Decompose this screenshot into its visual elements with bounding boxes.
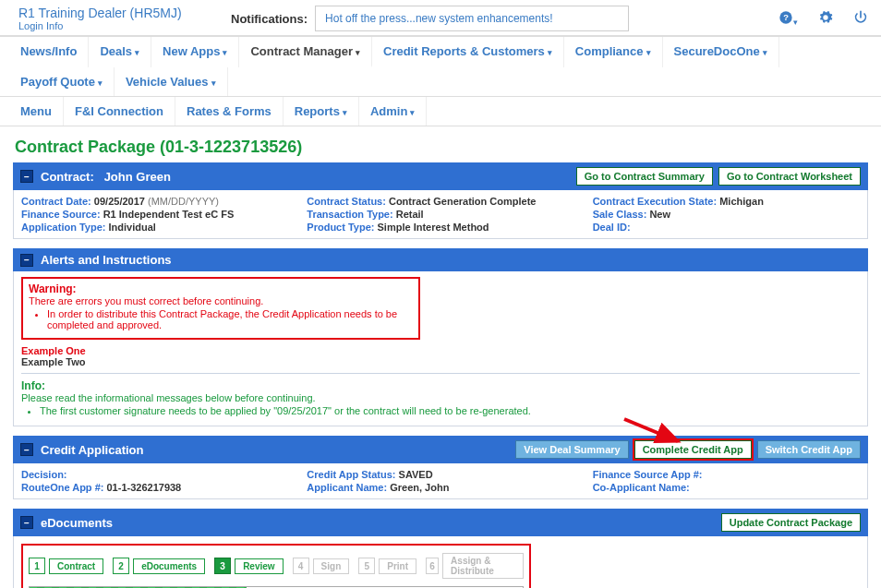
step-label: Contract	[49, 558, 103, 574]
fsapp-label: Finance Source App #:	[593, 469, 703, 480]
step-assign-distribute: 6Assign & Distribute	[426, 553, 524, 579]
power-icon[interactable]	[853, 10, 868, 28]
nav-news-info[interactable]: News/Info	[9, 37, 89, 67]
warning-item: In order to distribute this Contract Pac…	[47, 308, 413, 330]
notifications-ticker[interactable]: Hot off the press...new system enhanceme…	[315, 6, 629, 31]
step-sign: 4Sign	[293, 558, 350, 574]
collapse-icon[interactable]: −	[20, 254, 33, 267]
finance-source-value: R1 Independent Test eC FS	[103, 209, 235, 220]
step-label: Sign	[313, 558, 350, 574]
contract-bar-name: John Green	[104, 170, 171, 184]
step-number: 5	[358, 558, 375, 574]
switch-credit-app-button[interactable]: Switch Credit App	[757, 440, 861, 459]
warning-highlight-box: Warning: There are errors you must corre…	[21, 277, 420, 340]
nav-payoff-quote[interactable]: Payoff Quote	[9, 67, 115, 96]
creditapp-section-bar: − Credit Application View Deal Summary C…	[13, 436, 868, 463]
step-review[interactable]: 3Review	[214, 558, 283, 574]
step-number: 4	[293, 558, 309, 574]
creditapp-status-value: SAVED	[399, 469, 433, 480]
deal-id-label: Deal ID:	[593, 222, 631, 233]
contract-info-grid: Contract Date: 09/25/2017 (MM/DD/YYYY) C…	[13, 190, 868, 239]
go-contract-worksheet-button[interactable]: Go to Contract Worksheet	[718, 167, 861, 186]
nav-credit-reports-customers[interactable]: Credit Reports & Customers	[372, 37, 564, 67]
collapse-icon[interactable]: −	[20, 170, 33, 183]
txn-type-value: Retail	[396, 209, 424, 220]
alerts-body: Warning: There are errors you must corre…	[13, 271, 868, 426]
steps-highlight-box: 1Contract2eDocuments3Review4Sign5Print6A…	[21, 544, 531, 588]
alerts-section-bar: − Alerts and Instructions	[13, 248, 868, 271]
topbar: R1 Training Dealer (HR5MJ) Login Info No…	[0, 0, 881, 36]
nav-new-apps[interactable]: New Apps	[151, 37, 239, 67]
example-two: Example Two	[21, 356, 860, 367]
nav-reports[interactable]: Reports	[284, 97, 359, 126]
login-info-link[interactable]: Login Info	[18, 20, 231, 31]
nav-primary: News/InfoDealsNew AppsContract ManagerCr…	[0, 36, 881, 97]
creditapp-bar-title: Credit Application	[41, 443, 143, 457]
nav-vehicle-values[interactable]: Vehicle Values	[115, 67, 228, 96]
edocs-body: 1Contract2eDocuments3Review4Sign5Print6A…	[13, 536, 868, 588]
dealer-name[interactable]: R1 Training Dealer (HR5MJ)	[18, 6, 231, 20]
contract-bar-prefix: Contract:	[41, 170, 94, 184]
contract-date-fmt: (MM/DD/YYYY)	[148, 196, 219, 207]
app-type-value: Individual	[109, 222, 156, 233]
gear-icon[interactable]	[818, 10, 833, 28]
app-type-label: Application Type:	[21, 222, 105, 233]
step-number: 2	[113, 558, 129, 574]
prod-type-value: Simple Interest Method	[378, 222, 489, 233]
nav-menu[interactable]: Menu	[9, 97, 64, 126]
step-label: Review	[235, 558, 283, 574]
step-contract[interactable]: 1Contract	[29, 558, 103, 574]
nav-contract-manager[interactable]: Contract Manager	[239, 37, 372, 67]
warning-title: Warning:	[29, 282, 413, 295]
nav-compliance[interactable]: Compliance	[564, 37, 663, 67]
contract-date-label: Contract Date:	[21, 196, 91, 207]
contract-date-value: 09/25/2017	[94, 196, 145, 207]
page-title: Contract Package (01-3-1223713526)	[15, 138, 868, 157]
nav-deals[interactable]: Deals	[89, 37, 151, 67]
update-contract-package-button[interactable]: Update Contract Package	[721, 513, 861, 532]
topbar-icons: ?▾	[778, 10, 868, 28]
r1app-value: 01-1-326217938	[107, 482, 182, 493]
go-contract-summary-button[interactable]: Go to Contract Summary	[576, 167, 713, 186]
collapse-icon[interactable]: −	[20, 516, 33, 529]
contract-status-value: Contract Generation Complete	[389, 196, 537, 207]
applicant-name-label: Applicant Name:	[307, 482, 387, 493]
workflow-steps: 1Contract2eDocuments3Review4Sign5Print6A…	[29, 553, 524, 579]
exec-state-label: Contract Execution State:	[593, 196, 717, 207]
nav-securedocone[interactable]: SecureDocOne	[663, 37, 779, 67]
step-label: Assign & Distribute	[442, 553, 524, 579]
step-print: 5Print	[358, 558, 416, 574]
applicant-name-value: Green, John	[390, 482, 449, 493]
coapp-label: Co-Applicant Name:	[593, 482, 690, 493]
svg-text:?: ?	[783, 13, 789, 22]
creditapp-status-label: Credit App Status:	[307, 469, 395, 480]
collapse-icon[interactable]: −	[20, 443, 33, 456]
decision-label: Decision:	[21, 469, 67, 480]
step-label: Print	[379, 558, 416, 574]
example-one: Example One	[21, 345, 860, 356]
nav-admin[interactable]: Admin	[359, 97, 427, 126]
alerts-bar-title: Alerts and Instructions	[41, 253, 172, 267]
help-icon[interactable]: ?▾	[778, 10, 798, 28]
info-item: The first customer signature needs to be…	[40, 405, 860, 416]
finance-source-label: Finance Source:	[21, 209, 101, 220]
step-number: 6	[426, 558, 439, 574]
sale-class-label: Sale Class:	[593, 209, 647, 220]
view-deal-summary-button[interactable]: View Deal Summary	[515, 440, 628, 459]
info-text: Please read the informational messages b…	[21, 392, 860, 403]
step-label: eDocuments	[133, 558, 205, 574]
contract-status-label: Contract Status:	[307, 196, 386, 207]
warning-text: There are errors you must correct before…	[29, 295, 413, 306]
sale-class-value: New	[649, 209, 670, 220]
step-edocuments[interactable]: 2eDocuments	[113, 558, 205, 574]
nav-rates-forms[interactable]: Rates & Forms	[175, 97, 284, 126]
nav-f-i-connection[interactable]: F&I Connection	[64, 97, 175, 126]
step-number: 3	[214, 558, 231, 574]
complete-credit-app-button[interactable]: Complete Credit App	[634, 440, 752, 459]
creditapp-info-grid: Decision: Credit App Status: SAVED Finan…	[13, 463, 868, 499]
contract-section-bar: − Contract: John Green Go to Contract Su…	[13, 162, 868, 190]
nav-secondary: MenuF&I ConnectionRates & FormsReportsAd…	[0, 97, 881, 126]
dealer-block: R1 Training Dealer (HR5MJ) Login Info	[18, 6, 231, 31]
r1app-label: RouteOne App #:	[21, 482, 103, 493]
step-number: 1	[29, 558, 45, 574]
